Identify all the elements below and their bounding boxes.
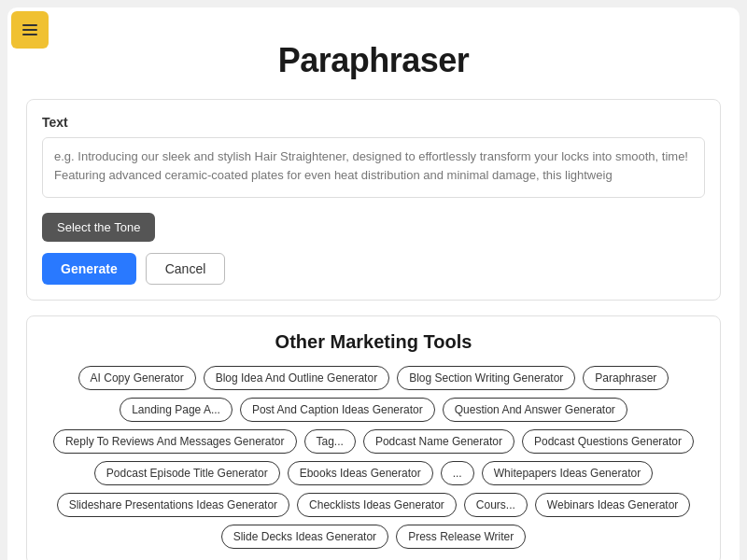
tool-tag[interactable]: Blog Section Writing Generator [397,366,575,390]
tool-tag[interactable]: Podcast Questions Generator [522,429,694,454]
tools-section: Other Marketing Tools AI Copy GeneratorB… [26,315,721,560]
tool-tag[interactable]: Press Release Writer [396,525,526,549]
tool-tag[interactable]: AI Copy Generator [78,366,196,390]
menu-icon [22,24,37,35]
tone-button[interactable]: Select the Tone [42,213,155,242]
tool-tag[interactable]: Blog Idea And Outline Generator [204,366,389,390]
menu-button[interactable] [11,11,49,49]
main-card: Paraphraser Text Select the Tone Generat… [7,7,740,560]
page-title: Paraphraser [26,22,721,99]
tool-tag[interactable]: ... [441,461,474,485]
tool-tag[interactable]: Slideshare Presentations Ideas Generator [57,493,289,517]
page-wrapper: Paraphraser Text Select the Tone Generat… [0,0,747,560]
tool-tag[interactable]: Webinars Ideas Generator [535,493,691,517]
tool-tag[interactable]: Slide Decks Ideas Generator [221,525,388,549]
text-label: Text [42,115,705,130]
tool-tag[interactable]: Checklists Ideas Generator [297,493,457,517]
action-buttons: Generate Cancel [42,253,705,285]
generate-button[interactable]: Generate [42,253,136,285]
tool-tag[interactable]: Ebooks Ideas Generator [288,461,433,485]
text-form-section: Text Select the Tone Generate Cancel [26,99,721,301]
tool-tag[interactable]: Tag... [304,429,356,454]
tools-tags-container: AI Copy GeneratorBlog Idea And Outline G… [46,366,701,549]
tool-tag[interactable]: Paraphraser [583,366,669,390]
tool-tag[interactable]: Landing Page A... [120,398,233,422]
text-input[interactable] [42,137,705,198]
tool-tag[interactable]: Reply To Reviews And Messages Generator [53,429,297,454]
tool-tag[interactable]: Question And Answer Generator [443,398,627,422]
tool-tag[interactable]: Podcast Episode Title Generator [94,461,280,485]
tool-tag[interactable]: Podcast Name Generator [363,429,514,454]
form-area: Text Select the Tone Generate Cancel Oth… [7,99,740,560]
cancel-button[interactable]: Cancel [146,253,226,285]
tools-title: Other Marketing Tools [46,331,701,353]
tool-tag[interactable]: Whitepapers Ideas Generator [482,461,653,485]
tool-tag[interactable]: Post And Caption Ideas Generator [240,398,435,422]
tool-tag[interactable]: Cours... [464,493,528,517]
header-area: Paraphraser [7,7,740,99]
